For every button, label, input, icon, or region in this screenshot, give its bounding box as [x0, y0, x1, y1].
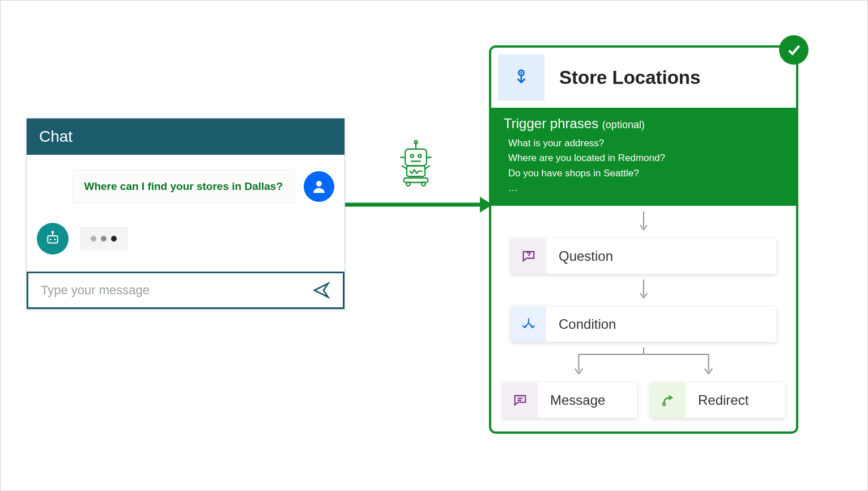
message-icon — [503, 383, 538, 418]
trigger-phrase-item: Do you have shops in Seattle? — [508, 166, 784, 181]
svg-point-20 — [520, 72, 522, 74]
redirect-node[interactable]: Redirect — [650, 383, 785, 418]
condition-node-label: Condition — [546, 307, 616, 342]
svg-point-2 — [50, 239, 52, 240]
typing-dot-icon — [111, 236, 117, 242]
send-icon[interactable] — [312, 281, 330, 299]
connector-arrow-icon — [503, 211, 785, 233]
condition-node[interactable]: Condition — [511, 307, 776, 342]
redirect-icon — [650, 383, 686, 418]
svg-point-10 — [414, 141, 417, 143]
trigger-phrases-list: What is your address? Where are you loca… — [504, 136, 784, 196]
typing-dot-icon — [101, 236, 107, 242]
svg-point-5 — [52, 231, 54, 233]
svg-point-16 — [422, 182, 426, 186]
svg-point-7 — [411, 154, 414, 157]
message-node-label: Message — [538, 383, 605, 418]
message-node[interactable]: Message — [503, 383, 637, 418]
bot-avatar-icon — [37, 223, 69, 255]
typing-dot-icon — [91, 236, 96, 242]
redirect-node-label: Redirect — [686, 383, 748, 418]
chat-bot-row — [37, 223, 334, 255]
chat-user-row: Where can I find your stores in Dallas? — [37, 170, 334, 204]
svg-rect-1 — [48, 236, 58, 243]
connector-arrow-icon — [503, 280, 785, 301]
trigger-phrase-item: … — [508, 181, 784, 196]
checkmark-icon — [779, 35, 809, 65]
svg-point-23 — [528, 257, 529, 259]
chat-window: Chat Where can I find your stores in Dal… — [26, 118, 345, 310]
chat-input-bar[interactable] — [27, 272, 344, 309]
topic-card: Store Locations Trigger phrases (optiona… — [489, 45, 798, 434]
condition-icon — [511, 307, 546, 342]
flow-area: Question Condition — [491, 211, 796, 431]
question-node[interactable]: Question — [511, 239, 776, 274]
chat-header-title: Chat — [27, 118, 344, 155]
svg-rect-6 — [405, 149, 427, 166]
question-icon — [511, 239, 546, 274]
question-node-label: Question — [546, 239, 613, 274]
trigger-phrase-item: What is your address? — [508, 136, 784, 151]
svg-point-8 — [418, 154, 421, 157]
svg-point-15 — [406, 182, 410, 186]
chat-body: Where can I find your stores in Dallas? — [27, 155, 344, 272]
trigger-heading-text: Trigger phrases — [504, 116, 598, 131]
trigger-phrases-heading: Trigger phrases (optional) — [504, 116, 784, 132]
user-avatar-icon — [304, 171, 334, 202]
svg-point-3 — [54, 239, 56, 240]
chat-user-message: Where can I find your stores in Dallas? — [72, 170, 295, 204]
topic-nav-icon — [498, 54, 544, 101]
branch-connector-icon — [503, 348, 785, 377]
svg-point-0 — [316, 181, 322, 187]
trigger-phrase-item: Where are you located in Redmond? — [508, 151, 784, 166]
typing-indicator — [80, 227, 127, 250]
trigger-optional-text: (optional) — [602, 119, 645, 130]
robot-icon — [392, 138, 440, 187]
flow-arrow-icon — [345, 188, 492, 222]
chat-message-input[interactable] — [41, 283, 305, 298]
trigger-phrases-block: Trigger phrases (optional) What is your … — [491, 108, 796, 206]
topic-title: Store Locations — [559, 67, 700, 88]
topic-header: Store Locations — [491, 48, 796, 108]
svg-point-32 — [663, 403, 666, 406]
